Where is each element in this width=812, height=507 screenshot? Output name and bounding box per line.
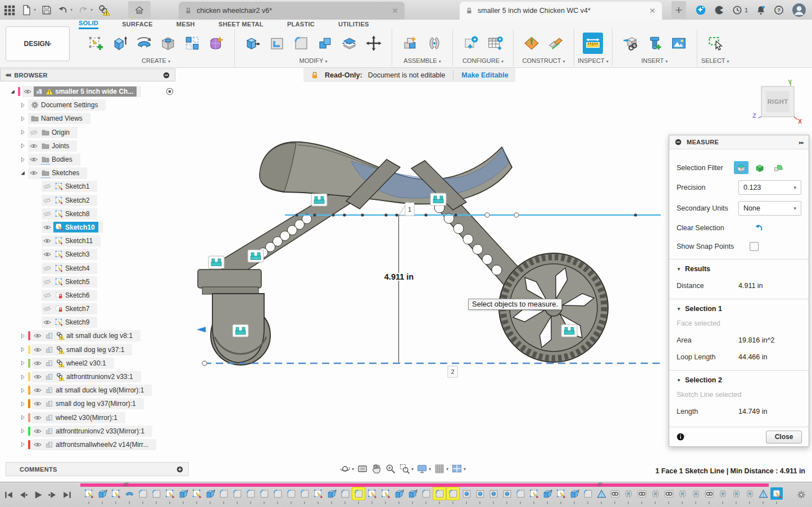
tree-row-sketch6[interactable]: Sketch6 <box>0 289 214 302</box>
measure-panel-header[interactable]: MEASURE ▸▸ <box>669 135 809 149</box>
tab-solid[interactable]: SOLID <box>79 20 98 29</box>
visibility-eye-icon[interactable] <box>43 209 52 218</box>
visibility-eye-icon[interactable] <box>33 399 42 408</box>
timeline-feature-fillet[interactable] <box>298 487 311 506</box>
close-icon[interactable] <box>648 7 656 15</box>
activate-radio-icon[interactable] <box>165 87 174 96</box>
timeline-feature-sketch[interactable] <box>190 487 203 506</box>
view-cube-face-label[interactable]: RIGHT <box>768 98 788 105</box>
timeline-feature-fillet[interactable] <box>244 487 257 506</box>
timeline-feature-extrude[interactable] <box>325 487 338 506</box>
ribbon-group-label[interactable]: CREATE▾ <box>142 56 170 66</box>
info-icon[interactable] <box>676 432 685 441</box>
timeline-feature-hole[interactable] <box>473 487 487 506</box>
configuration-button[interactable] <box>461 33 481 54</box>
visibility-eye-icon[interactable] <box>33 413 42 422</box>
timeline-feature-fillet[interactable] <box>257 487 271 506</box>
timeline-feature-joint[interactable] <box>689 487 702 506</box>
tree-row-smaller-5-inch-wide-ch[interactable]: smaller 5 inch wide Ch... <box>0 85 181 98</box>
close-button[interactable]: Close <box>766 431 802 444</box>
ai-assistant-icon[interactable] <box>695 4 706 16</box>
create-sketch-button[interactable] <box>85 33 106 54</box>
visibility-eye-icon[interactable] <box>29 141 38 150</box>
expand-arrow-icon[interactable] <box>19 441 26 448</box>
timeline-feature-mirror[interactable] <box>595 487 608 506</box>
extrude-button[interactable] <box>110 33 130 54</box>
collapse-panel-icon[interactable]: ◀◀ <box>5 72 10 77</box>
grid-caret-icon[interactable]: ▾ <box>446 467 448 472</box>
timeline-feature-fillet[interactable] <box>284 487 298 506</box>
undo-icon[interactable] <box>57 4 69 16</box>
timeline-feature-hole[interactable] <box>460 487 473 506</box>
app-grid-icon[interactable] <box>3 4 16 16</box>
visibility-eye-icon[interactable] <box>43 223 52 232</box>
visibility-eye-icon[interactable] <box>29 168 38 177</box>
notifications-bell-icon[interactable] <box>756 5 766 15</box>
filter-face-button[interactable] <box>734 161 749 174</box>
timeline-feature-joint[interactable] <box>648 487 662 506</box>
fillet-button[interactable] <box>291 33 311 54</box>
display-settings-button[interactable] <box>416 463 428 474</box>
visibility-eye-icon[interactable] <box>43 236 52 245</box>
tree-row-sketch11[interactable]: Sketch11 <box>0 234 214 248</box>
expand-arrow-icon[interactable] <box>19 142 26 149</box>
visibility-eye-icon[interactable] <box>23 87 32 96</box>
ribbon-group-label[interactable]: MODIFY▾ <box>300 56 328 66</box>
expand-arrow-icon[interactable] <box>19 400 26 408</box>
ribbon-group-label[interactable]: CONFIGURE▾ <box>462 56 503 66</box>
construct-offset-button[interactable] <box>546 33 566 54</box>
precision-select[interactable]: 0.123 ▾ <box>738 180 801 195</box>
orbit-caret-icon[interactable]: ▾ <box>352 467 354 472</box>
timeline-feature-hole[interactable] <box>500 487 514 506</box>
pan-button[interactable] <box>371 463 382 474</box>
timeline-feature-extrude[interactable] <box>392 487 406 506</box>
viewports-caret-icon[interactable]: ▾ <box>464 467 466 472</box>
expand-arrow-icon[interactable] <box>19 332 26 340</box>
go-to-end-button[interactable] <box>62 490 72 500</box>
zoom-window-caret-icon[interactable]: ▾ <box>411 467 414 472</box>
tree-row-altfronttrunionv2-v33-mirror-1[interactable]: altfronttrunionv2 v33(Mirror):1 <box>0 424 191 438</box>
insert-fastener-button[interactable] <box>645 33 665 54</box>
saddle-body[interactable] <box>260 142 512 210</box>
config-table-button[interactable] <box>485 33 505 54</box>
timeline-feature-fillet[interactable] <box>136 487 149 506</box>
document-tab-2[interactable]: smaller 5 inch wide Chicken WC v4* <box>460 2 662 20</box>
timeline-feature-joint[interactable] <box>622 487 635 506</box>
browser-header[interactable]: ◀◀ BROWSER <box>0 68 175 81</box>
panel-collapse-icon[interactable] <box>674 138 682 146</box>
visibility-eye-icon[interactable] <box>43 291 52 300</box>
timeline-feature-sketch[interactable] <box>82 487 96 506</box>
timeline-feature-sketch[interactable] <box>379 487 392 506</box>
timeline-feature-hole[interactable] <box>487 487 500 506</box>
timeline-feature-link[interactable] <box>635 487 648 506</box>
tree-row-sketch5[interactable]: Sketch5 <box>0 275 214 289</box>
document-tab-1[interactable]: chicken wheelchair2 v6* <box>179 2 405 20</box>
joint-button[interactable] <box>424 33 444 54</box>
home-view-button[interactable] <box>128 1 151 19</box>
help-icon[interactable]: ? <box>774 5 784 15</box>
revolve-button[interactable] <box>134 33 154 54</box>
timeline-feature-extrude[interactable] <box>541 487 554 506</box>
timeline-feature-fillet[interactable] <box>271 487 284 506</box>
tree-row-altfrontsmallwheelv2-v14-mirr[interactable]: altfrontsmallwheelv2 v14(Mirr... <box>0 438 191 451</box>
filter-component-button[interactable] <box>771 161 786 174</box>
tree-row-bodies[interactable]: Bodies <box>0 153 191 166</box>
play-button[interactable] <box>33 490 43 500</box>
timeline-feature-joint[interactable] <box>675 487 689 506</box>
timeline-feature-link[interactable] <box>702 487 716 506</box>
visibility-eye-icon[interactable] <box>33 372 42 381</box>
tree-row-small-dog-leg-v37-1[interactable]: small dog leg v37:1 <box>0 343 191 357</box>
visibility-eye-icon[interactable] <box>33 427 42 436</box>
ribbon-group-label[interactable]: INSERT▾ <box>641 56 668 66</box>
tree-row-wheel2-v30-mirror-1[interactable]: wheel2 v30(Mirror):1 <box>0 411 191 424</box>
show-snap-points-checkbox[interactable] <box>750 242 759 251</box>
expand-arrow-icon[interactable] <box>19 115 26 122</box>
filter-body-button[interactable] <box>752 161 767 174</box>
visibility-eye-icon[interactable] <box>43 304 52 313</box>
timeline-feature-sketch[interactable] <box>311 487 325 506</box>
grid-snap-button[interactable] <box>434 463 445 474</box>
expand-arrow-icon[interactable] <box>19 359 26 367</box>
visibility-eye-icon[interactable] <box>43 196 52 205</box>
timeline-feature-sketch[interactable] <box>365 487 379 506</box>
tree-row-named-views[interactable]: Named Views <box>0 112 191 125</box>
